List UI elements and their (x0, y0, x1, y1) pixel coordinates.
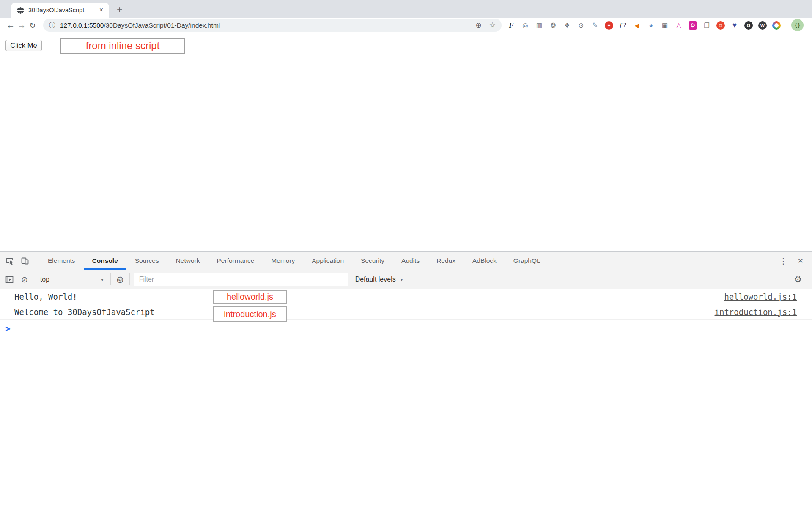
browser-window: 30DaysOfJavaScript × + ← → ↻ ⓘ 127.0.0.1… (0, 0, 812, 508)
back-icon[interactable]: ← (5, 20, 16, 30)
reload-icon[interactable]: ↻ (27, 21, 38, 30)
columns-extension-icon[interactable]: ▥ (535, 21, 543, 30)
tabbar-divider (771, 255, 771, 267)
swirl-extension-icon[interactable]: ◕ (647, 21, 655, 30)
function-help-extension-icon[interactable]: ƒ? (619, 21, 627, 30)
adblock-hand-icon[interactable]: ✱ (605, 21, 613, 30)
settings-extension-icon[interactable]: ⚙ (689, 21, 697, 30)
filter-input[interactable] (134, 273, 348, 286)
prompt-chevron-icon: > (5, 323, 11, 334)
context-selector[interactable]: top ▼ (40, 276, 104, 283)
tab-close-icon[interactable]: × (99, 6, 104, 14)
tab-application[interactable]: Application (303, 252, 352, 270)
live-expression-eye-icon[interactable]: ◎ (117, 275, 123, 284)
tab-graphql[interactable]: GraphQL (505, 252, 549, 270)
console-message-row: Welcome to 30DaysOfJavaScript introducti… (0, 304, 812, 320)
console-message-row: Hello, World! helloworld.js:1 (0, 289, 812, 304)
console-settings-gear-icon[interactable]: ⚙ (794, 274, 802, 284)
tab-console[interactable]: Console (84, 252, 126, 270)
log-level-value: Default levels (355, 276, 396, 283)
console-sidebar-icon[interactable] (4, 274, 14, 284)
devtools-tab-bar: Elements Console Sources Network Perform… (0, 252, 812, 270)
bookmark-star-icon[interactable]: ☆ (489, 21, 496, 30)
graphql-extension-icon[interactable]: △ (675, 21, 683, 30)
devtools-panel: Elements Console Sources Network Perform… (0, 251, 812, 508)
tab-network[interactable]: Network (167, 252, 208, 270)
console-message-text: Hello, World! (14, 292, 77, 301)
context-selector-value: top (40, 276, 49, 283)
tab-title: 30DaysOfJavaScript (28, 7, 99, 14)
g-extension-icon[interactable]: G (744, 21, 753, 30)
tabbar-divider (36, 255, 36, 267)
tab-redux[interactable]: Redux (428, 252, 464, 270)
console-prompt[interactable]: > (0, 320, 812, 334)
toolbar-divider (786, 21, 786, 30)
react-devtools-icon[interactable]: ◎ (521, 21, 529, 30)
forward-icon[interactable]: → (16, 20, 27, 30)
camera-extension-icon[interactable]: ▣ (661, 21, 669, 30)
annotation-label: introduction.js (213, 306, 287, 322)
console-message-text: Welcome to 30DaysOfJavaScript (14, 307, 155, 317)
site-info-icon[interactable]: ⓘ (49, 21, 55, 29)
devtools-tabs: Elements Console Sources Network Perform… (39, 252, 549, 270)
browser-tab[interactable]: 30DaysOfJavaScript × (11, 3, 109, 18)
tab-sources[interactable]: Sources (126, 252, 167, 270)
chevron-down-icon: ▼ (400, 277, 404, 282)
devtools-close-icon[interactable]: ✕ (798, 257, 804, 265)
annotation-label: helloworld.js (213, 290, 287, 304)
chevron-down-icon: ▼ (100, 277, 104, 282)
zoom-icon[interactable]: ⊕ (476, 21, 482, 30)
tab-strip: 30DaysOfJavaScript × + (0, 0, 812, 18)
console-output: Hello, World! helloworld.js:1 Welcome to… (0, 289, 812, 334)
browser-menu-icon[interactable]: ⋮ (809, 20, 812, 30)
tab-adblock[interactable]: AdBlock (464, 252, 505, 270)
source-link[interactable]: helloworld.js:1 (724, 292, 797, 301)
address-bar[interactable]: ⓘ 127.0.0.1:5500/30DaysOfJavaScript/01-D… (43, 19, 502, 32)
tab-performance[interactable]: Performance (208, 252, 263, 270)
click-me-button[interactable]: Click Me (5, 40, 42, 51)
megaphone-extension-icon[interactable]: ◀ (633, 21, 641, 30)
w-extension-icon[interactable]: W (758, 21, 767, 30)
log-level-selector[interactable]: Default levels ▼ (355, 276, 404, 283)
json-viewer-icon[interactable]: ⊙ (577, 21, 585, 30)
tab-security[interactable]: Security (352, 252, 393, 270)
profile-avatar[interactable]: {} (791, 19, 804, 31)
devtools-menu-icon[interactable]: ⋮ (779, 256, 787, 266)
source-link[interactable]: introduction.js:1 (715, 307, 797, 317)
grid-extension-icon[interactable]: ❖ (563, 21, 571, 30)
red-square-extension-icon[interactable]: □ (716, 21, 725, 30)
clear-console-icon[interactable]: ⊘ (21, 275, 28, 284)
share-extension-icon[interactable]: ❐ (702, 21, 711, 30)
tab-elements[interactable]: Elements (39, 252, 84, 270)
globe-favicon-icon (17, 7, 24, 14)
new-tab-button[interactable]: + (117, 5, 122, 15)
device-toolbar-icon[interactable] (20, 256, 30, 266)
url-path: /30DaysOfJavaScript/01-Day/index.html (104, 22, 220, 29)
tab-audits[interactable]: Audits (393, 252, 428, 270)
inline-script-output: from inline script (60, 38, 185, 54)
url-host: 127.0.0.1:5500 (60, 22, 104, 29)
browser-toolbar: ← → ↻ ⓘ 127.0.0.1:5500/30DaysOfJavaScrip… (0, 18, 812, 33)
tab-memory[interactable]: Memory (263, 252, 303, 270)
fonts-extension-icon[interactable]: F (507, 21, 516, 30)
console-toolbar: ⊘ top ▼ ◎ Default levels ▼ ⚙ (0, 270, 812, 289)
eyedropper-extension-icon[interactable]: ✎ (591, 21, 599, 30)
extension-icons: F ◎ ▥ ❂ ❖ ⊙ ✎ ✱ ƒ? ◀ ◕ ▣ △ ⚙ ❐ □ ♥ G W (507, 21, 781, 30)
bug-extension-icon[interactable]: ❂ (549, 21, 557, 30)
color-ring-extension-icon[interactable] (772, 21, 781, 30)
heart-search-extension-icon[interactable]: ♥ (730, 21, 739, 30)
inspect-element-icon[interactable] (5, 256, 15, 266)
